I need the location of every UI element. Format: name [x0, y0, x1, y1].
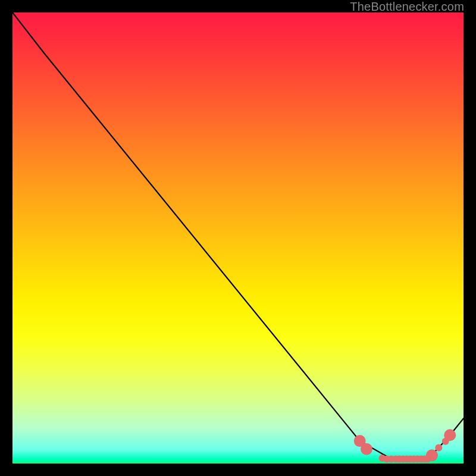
- bottleneck-chart: TheBottlenecker.com: [0, 0, 476, 476]
- gradient-background: [12, 12, 464, 464]
- watermark-text: TheBottlenecker.com: [350, 0, 464, 14]
